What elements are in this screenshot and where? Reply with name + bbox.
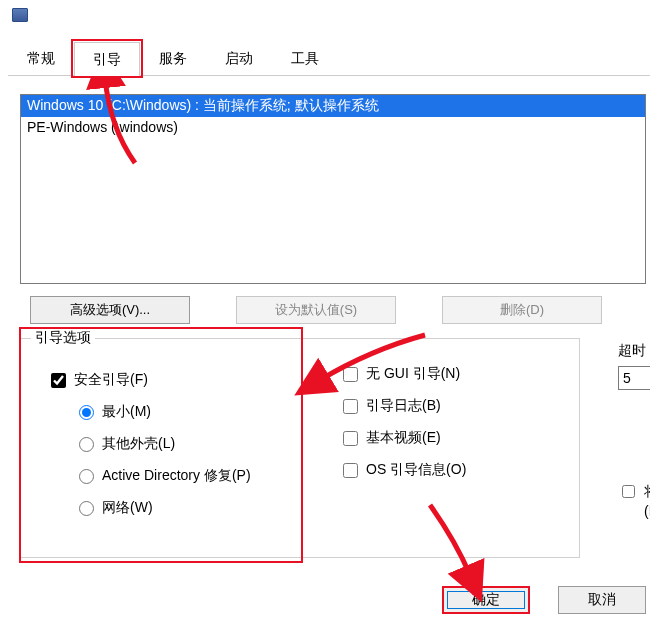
safe-boot-column: 安全引导(F) 最小(M) 其他外壳(L) Active Directory 修… [51, 371, 251, 517]
boot-log-checkbox[interactable]: 引导日志(B) [343, 397, 466, 415]
boot-tab-content: Windows 10 (C:\Windows) : 当前操作系统; 默认操作系统… [10, 82, 650, 635]
timeout-label: 超时 [618, 342, 650, 360]
os-info-check-input[interactable] [343, 463, 358, 478]
tab-startup[interactable]: 启动 [206, 41, 272, 75]
make-permanent-label: 将(K [644, 482, 650, 521]
advanced-options-button[interactable]: 高级选项(V)... [30, 296, 190, 324]
network-radio-label: 网络(W) [102, 499, 153, 517]
cancel-button[interactable]: 取消 [558, 586, 646, 614]
adrepair-radio-input[interactable] [79, 469, 94, 484]
boot-flags-column: 无 GUI 引导(N) 引导日志(B) 基本视频(E) OS 引导信息(O) [343, 365, 466, 479]
adrepair-radio-label: Active Directory 修复(P) [102, 467, 251, 485]
app-icon [12, 8, 28, 22]
boot-options-title: 引导选项 [31, 329, 95, 347]
ok-button[interactable]: 确定 [442, 586, 530, 614]
boot-list-buttons: 高级选项(V)... 设为默认值(S) 删除(D) [30, 296, 650, 324]
safe-boot-checkbox[interactable]: 安全引导(F) [51, 371, 251, 389]
make-permanent-checkbox[interactable]: 将(K [618, 482, 650, 521]
boot-entry-selected[interactable]: Windows 10 (C:\Windows) : 当前操作系统; 默认操作系统 [21, 95, 645, 117]
os-info-label: OS 引导信息(O) [366, 461, 466, 479]
safe-boot-label: 安全引导(F) [74, 371, 148, 389]
altshell-radio-input[interactable] [79, 437, 94, 452]
safe-boot-adrepair-radio[interactable]: Active Directory 修复(P) [79, 467, 251, 485]
minimal-radio-input[interactable] [79, 405, 94, 420]
os-info-checkbox[interactable]: OS 引导信息(O) [343, 461, 466, 479]
safe-boot-check-input[interactable] [51, 373, 66, 388]
boot-log-check-input[interactable] [343, 399, 358, 414]
tab-strip: 常规 引导 服务 启动 工具 [8, 42, 650, 76]
tab-services[interactable]: 服务 [140, 41, 206, 75]
safe-boot-minimal-radio[interactable]: 最小(M) [79, 403, 251, 421]
no-gui-check-input[interactable] [343, 367, 358, 382]
tab-boot[interactable]: 引导 [74, 42, 140, 76]
dialog-buttons: 确定 取消 [442, 586, 646, 614]
base-video-label: 基本视频(E) [366, 429, 441, 447]
base-video-checkbox[interactable]: 基本视频(E) [343, 429, 466, 447]
no-gui-label: 无 GUI 引导(N) [366, 365, 460, 383]
timeout-input[interactable] [618, 366, 650, 390]
delete-button: 删除(D) [442, 296, 602, 324]
altshell-radio-label: 其他外壳(L) [102, 435, 175, 453]
boot-entry[interactable]: PE-Windows (\windows) [21, 117, 645, 137]
safe-boot-altshell-radio[interactable]: 其他外壳(L) [79, 435, 251, 453]
tab-general[interactable]: 常规 [8, 41, 74, 75]
boot-log-label: 引导日志(B) [366, 397, 441, 415]
timeout-area: 超时 [618, 342, 650, 390]
boot-options-group: 引导选项 安全引导(F) 最小(M) 其他外壳(L) Active Direct… [20, 338, 580, 558]
tab-tools[interactable]: 工具 [272, 41, 338, 75]
safe-boot-network-radio[interactable]: 网络(W) [79, 499, 251, 517]
make-permanent-check-input[interactable] [622, 484, 635, 499]
set-default-button: 设为默认值(S) [236, 296, 396, 324]
no-gui-checkbox[interactable]: 无 GUI 引导(N) [343, 365, 466, 383]
boot-entries-list[interactable]: Windows 10 (C:\Windows) : 当前操作系统; 默认操作系统… [20, 94, 646, 284]
network-radio-input[interactable] [79, 501, 94, 516]
base-video-check-input[interactable] [343, 431, 358, 446]
minimal-radio-label: 最小(M) [102, 403, 151, 421]
